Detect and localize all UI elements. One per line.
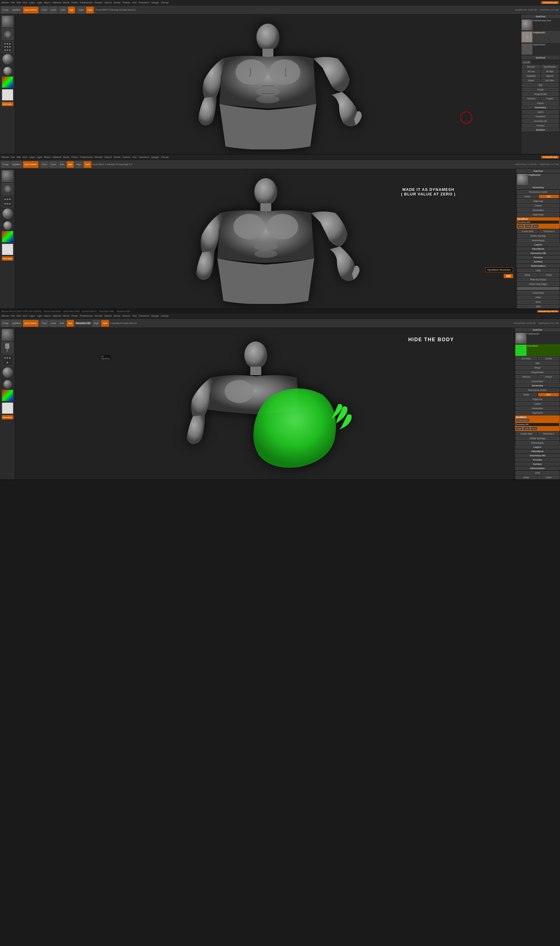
menu3-edit[interactable]: Edit xyxy=(17,315,21,317)
s3-and-btn[interactable]: And xyxy=(531,427,537,430)
s2-modify-topo-btn[interactable]: Modify Topology xyxy=(517,234,559,238)
s2-mesh-integrity-btn[interactable]: MeshIntegrity xyxy=(517,239,559,242)
menu3-texture[interactable]: Texture xyxy=(122,315,130,317)
s3-project-btn[interactable]: Project xyxy=(538,375,559,378)
menu2-zplugin[interactable]: Zplugin xyxy=(151,156,159,159)
s2-high-btn[interactable]: High xyxy=(66,161,74,168)
brush-preview[interactable] xyxy=(2,28,13,40)
material-sphere[interactable] xyxy=(2,16,13,27)
color-swatch[interactable] xyxy=(2,89,13,100)
fibermesh-btn[interactable]: FiberMesh xyxy=(523,115,558,118)
menu3-goz[interactable]: GoZ xyxy=(22,315,27,317)
s3-divide-btn[interactable]: Divide xyxy=(516,393,537,397)
menu-render[interactable]: Render xyxy=(95,1,103,4)
s3-lightbox-btn[interactable]: LightBox xyxy=(11,320,22,327)
s2-brush-preview[interactable] xyxy=(2,183,13,194)
menu3-preferences[interactable]: Preferences xyxy=(80,315,93,317)
s3-modify-topo-btn[interactable]: Modify Topology xyxy=(516,437,559,440)
menu3-stencil[interactable]: Stencil xyxy=(105,315,112,317)
s3-mesh-integrity-btn[interactable]: MeshIntegrity xyxy=(516,441,559,444)
s3-alternate-btn[interactable]: Alternates xyxy=(2,415,13,419)
menu-preferences[interactable]: Preferences xyxy=(80,1,93,4)
s3-thickness-btn[interactable]: Thickness 4 xyxy=(538,432,559,435)
s2-smt-btn[interactable]: SMT xyxy=(539,195,559,198)
zadd-btn[interactable]: Zadd xyxy=(86,7,94,13)
subtool-thumb-active[interactable]: S xyxy=(522,31,532,42)
duplicate-btn[interactable]: Duplicate xyxy=(523,74,540,77)
menu-zscript[interactable]: ZScript xyxy=(161,1,169,4)
menu2-tool[interactable]: Tool xyxy=(132,156,137,159)
s3-resolution-slider[interactable]: Resolution 238 xyxy=(516,423,559,426)
s3-split-btn[interactable]: Split xyxy=(516,361,559,365)
s3-material-sphere[interactable] xyxy=(2,329,13,341)
merge-similar-btn[interactable]: MergeSimilar xyxy=(523,93,558,96)
s2-slide-btn[interactable]: Slide xyxy=(517,305,559,308)
menu-zbrush[interactable]: ZBrush xyxy=(1,1,9,4)
s3-create-shell-btn[interactable]: Create Shell xyxy=(516,432,537,435)
menu-layer[interactable]: Layer xyxy=(29,1,35,4)
s2-unify-btn[interactable]: Unify xyxy=(517,269,559,272)
preview-btn[interactable]: Preview xyxy=(523,124,558,127)
gradient-picker[interactable] xyxy=(2,76,13,88)
s3-quick-sketch-btn[interactable]: Quick Sketch xyxy=(23,320,38,327)
quick-sketch-btn[interactable]: Quick Sketch xyxy=(23,7,38,13)
menu-transform[interactable]: Transform xyxy=(138,1,149,4)
menu2-texture[interactable]: Texture xyxy=(122,156,130,159)
menu3-picker[interactable]: Picker xyxy=(71,315,78,317)
s3-edgeloop-btn[interactable]: EdgeLoop xyxy=(516,398,559,401)
menu-texture[interactable]: Texture xyxy=(122,1,130,4)
menu2-stroke[interactable]: Stroke xyxy=(114,156,120,159)
geometry-hd-btn[interactable]: Geometry HD xyxy=(523,119,558,123)
color-sphere[interactable] xyxy=(2,54,13,64)
s3-geometrizer-btn[interactable]: Geometrizer xyxy=(516,380,559,383)
dots-icon[interactable] xyxy=(2,41,13,53)
s3-del-other-btn[interactable]: Del Other xyxy=(516,357,537,360)
menu-goz[interactable]: GoZ xyxy=(22,1,27,4)
perspective-btn[interactable]: Persp xyxy=(1,7,10,13)
menu-edit[interactable]: Edit xyxy=(17,1,21,4)
s3-claypublish-btn[interactable]: ClayPublish xyxy=(516,411,559,415)
menu2-light[interactable]: Light xyxy=(37,156,42,159)
s2-sub-btn[interactable]: Sub xyxy=(525,225,531,228)
menu2-movie[interactable]: Movie xyxy=(63,156,69,159)
menu2-zscript[interactable]: ZScript xyxy=(161,156,169,159)
split-btn[interactable]: Split xyxy=(523,83,558,86)
s3-mrgb-btn[interactable]: Mrgb xyxy=(92,320,100,327)
s2-shadowbox-btn[interactable]: ShadowBox xyxy=(517,208,559,212)
s2-quick-sketch-btn[interactable]: Quick Sketch xyxy=(23,161,38,168)
s2-persp-btn[interactable]: Persp xyxy=(1,161,10,168)
subtool-thumb-1[interactable] xyxy=(522,19,532,30)
menu3-transform[interactable]: Transform xyxy=(138,315,149,317)
s3-persp-btn[interactable]: Persp xyxy=(1,320,10,327)
s3-polish-btn[interactable]: Polish xyxy=(538,476,559,479)
s3-unify-btn[interactable]: Unify xyxy=(516,471,559,475)
s3-del-all-btn[interactable]: Del All xyxy=(538,357,559,360)
s3-local-btn[interactable]: Local xyxy=(49,320,57,327)
s3-sphere-small[interactable] xyxy=(3,380,12,389)
s2-local-btn[interactable]: Local xyxy=(49,161,57,168)
s3-dots-icon[interactable] xyxy=(2,355,13,366)
s3-remesh-btn[interactable]: Remesh xyxy=(516,375,537,378)
menu-zplugin[interactable]: Zplugin xyxy=(151,1,159,4)
lightbox-btn[interactable]: LightBox xyxy=(11,7,22,13)
all-low-btn[interactable]: All Low xyxy=(523,70,540,73)
menu3-zscript[interactable]: ZScript xyxy=(161,315,169,317)
s2-material-sphere[interactable] xyxy=(2,170,13,182)
menu3-movie[interactable]: Movie xyxy=(63,315,69,317)
menu2-picker[interactable]: Picker xyxy=(71,156,78,159)
s2-offset-btn[interactable]: Offset xyxy=(517,296,559,299)
aaa-btn[interactable]: AAA xyxy=(59,7,66,13)
extract-btn[interactable]: Extract xyxy=(523,102,558,105)
s2-subtool-thumb[interactable] xyxy=(517,174,528,185)
menu2-preferences[interactable]: Preferences xyxy=(80,156,93,159)
s2-polish-btn[interactable]: Polish xyxy=(539,273,559,277)
s2-claypublish-btn[interactable]: ClayPublish xyxy=(517,213,559,216)
s3-color-swatch[interactable] xyxy=(2,403,13,414)
merge-btn[interactable]: Merge xyxy=(523,88,558,91)
layers-btn[interactable]: Layers xyxy=(523,110,558,114)
menu3-zplugin[interactable]: Zplugin xyxy=(151,315,159,317)
menu2-zbrush[interactable]: ZBrush xyxy=(1,156,9,159)
s2-smart-relax-btn[interactable]: Smart Relax xyxy=(517,291,559,295)
high-btn[interactable]: High xyxy=(68,7,75,13)
del-other-btn[interactable]: Del Other xyxy=(541,79,559,82)
